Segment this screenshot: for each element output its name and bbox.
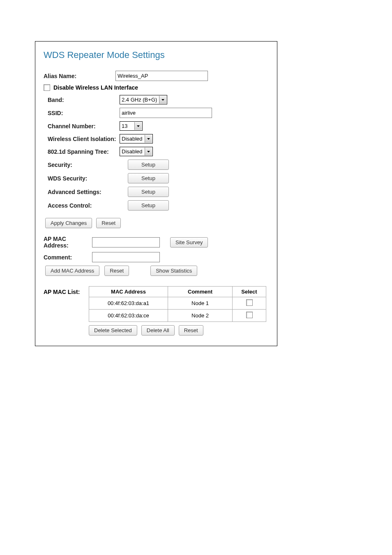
security-setup-button[interactable]: Setup bbox=[128, 160, 169, 170]
reset-list-button[interactable]: Reset bbox=[179, 325, 203, 335]
svg-marker-2 bbox=[147, 138, 150, 140]
show-statistics-button[interactable]: Show Statistics bbox=[150, 266, 197, 276]
access-label: Access Control: bbox=[48, 202, 120, 209]
delete-selected-button[interactable]: Delete Selected bbox=[89, 325, 137, 335]
spanning-label: 802.1d Spanning Tree: bbox=[48, 148, 120, 155]
alias-name-input[interactable] bbox=[115, 71, 208, 81]
ap-mac-label: AP MAC Address: bbox=[44, 236, 92, 249]
isolation-label: Wireless Client Isolation: bbox=[48, 136, 120, 142]
channel-value: 13 bbox=[120, 123, 134, 129]
reset-button[interactable]: Reset bbox=[96, 218, 121, 228]
spanning-value: Disabled bbox=[120, 148, 144, 155]
isolation-value: Disabled bbox=[120, 136, 144, 142]
site-survey-button[interactable]: Site Survey bbox=[170, 237, 208, 247]
settings-panel: WDS Repeater Mode Settings Alias Name: D… bbox=[35, 41, 277, 346]
spanning-select[interactable]: Disabled bbox=[120, 147, 153, 156]
comment-input[interactable] bbox=[92, 252, 160, 262]
th-mac: MAC Address bbox=[89, 287, 168, 297]
apply-changes-button[interactable]: Apply Changes bbox=[45, 218, 92, 228]
row-select-checkbox[interactable] bbox=[246, 299, 253, 306]
svg-marker-3 bbox=[147, 151, 150, 153]
band-select[interactable]: 2.4 GHz (B+G) bbox=[120, 95, 167, 104]
delete-all-button[interactable]: Delete All bbox=[141, 325, 175, 335]
advanced-label: Advanced Settings: bbox=[48, 189, 120, 195]
cell-mac: 00:4f:62:03:da:ce bbox=[89, 310, 168, 322]
ap-mac-list-label: AP MAC List: bbox=[44, 286, 89, 295]
ap-mac-table: MAC Address Comment Select 00:4f:62:03:d… bbox=[89, 286, 266, 322]
th-select: Select bbox=[233, 287, 266, 297]
add-mac-button[interactable]: Add MAC Address bbox=[45, 266, 99, 276]
chevron-down-icon bbox=[145, 135, 152, 143]
ssid-input[interactable] bbox=[120, 108, 212, 118]
chevron-down-icon bbox=[145, 148, 152, 155]
th-comment: Comment bbox=[168, 287, 233, 297]
channel-label: Channel Number: bbox=[48, 123, 120, 130]
reset-mac-button[interactable]: Reset bbox=[104, 266, 129, 276]
disable-wlan-label: Disable Wireless LAN Interface bbox=[53, 84, 138, 91]
band-label: Band: bbox=[48, 97, 120, 103]
band-value: 2.4 GHz (B+G) bbox=[120, 97, 159, 103]
cell-comment: Node 2 bbox=[168, 310, 233, 322]
wds-security-setup-button[interactable]: Setup bbox=[128, 173, 169, 183]
svg-marker-0 bbox=[161, 99, 164, 101]
isolation-select[interactable]: Disabled bbox=[120, 134, 153, 143]
wds-security-label: WDS Security: bbox=[48, 175, 120, 182]
disable-wlan-checkbox[interactable] bbox=[44, 84, 50, 91]
comment-label: Comment: bbox=[44, 254, 92, 261]
security-label: Security: bbox=[48, 162, 120, 168]
chevron-down-icon bbox=[134, 122, 142, 130]
ap-mac-input[interactable] bbox=[92, 237, 160, 247]
table-row: 00:4f:62:03:da:a1 Node 1 bbox=[89, 297, 266, 310]
table-row: 00:4f:62:03:da:ce Node 2 bbox=[89, 310, 266, 322]
chevron-down-icon bbox=[159, 96, 166, 104]
page-title: WDS Repeater Mode Settings bbox=[44, 50, 269, 60]
advanced-setup-button[interactable]: Setup bbox=[128, 187, 169, 197]
row-select-checkbox[interactable] bbox=[246, 312, 253, 318]
svg-marker-1 bbox=[137, 125, 140, 127]
access-control-setup-button[interactable]: Setup bbox=[128, 200, 169, 210]
alias-label: Alias Name: bbox=[44, 73, 115, 79]
cell-mac: 00:4f:62:03:da:a1 bbox=[89, 297, 168, 310]
cell-comment: Node 1 bbox=[168, 297, 233, 310]
ssid-label: SSID: bbox=[48, 110, 120, 116]
channel-select[interactable]: 13 bbox=[120, 121, 143, 131]
